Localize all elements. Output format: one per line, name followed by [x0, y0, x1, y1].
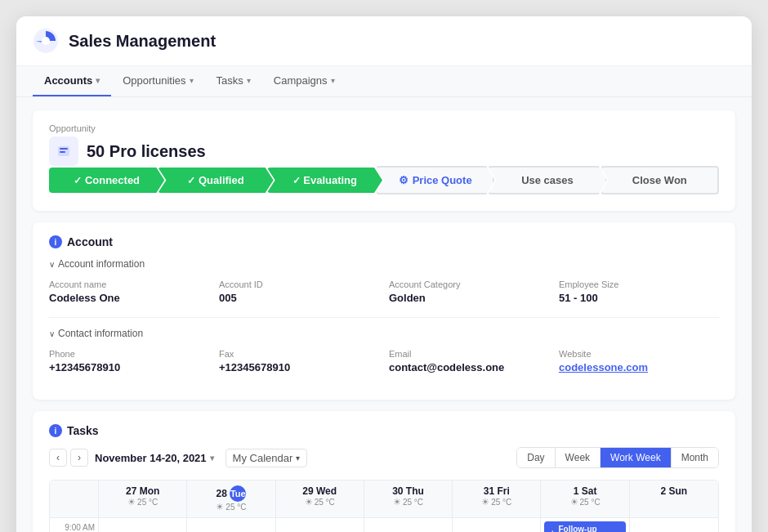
field-account-name: Account name Codeless One	[49, 279, 209, 304]
cal-cell-1-9am[interactable]: ★ Follow-up emails Follow-up emails	[541, 518, 629, 532]
stage-evaluating[interactable]: ✓ Evaluating	[267, 168, 382, 193]
tasks-section: i Tasks ‹ › November 14-20, 2021 ▾ My Ca…	[33, 411, 735, 532]
account-section: i Account Account information Account na…	[33, 222, 735, 400]
calendar-period[interactable]: November 14-20, 2021 ▾	[95, 452, 214, 464]
opportunity-icon	[49, 136, 78, 166]
cal-cell-27-9am[interactable]	[99, 518, 187, 532]
cal-cell-2-9am[interactable]	[630, 518, 718, 532]
field-fax: Fax +12345678910	[219, 349, 379, 373]
cal-day-1: 1 Sat ☀ 25 °C	[541, 481, 629, 518]
svg-point-1	[42, 37, 50, 45]
view-week-button[interactable]: Week	[556, 448, 601, 467]
app-logo	[33, 28, 59, 54]
field-account-id: Account ID 005	[219, 279, 379, 304]
tab-tasks[interactable]: Tasks ▾	[205, 66, 262, 96]
info-icon: i	[49, 424, 62, 437]
calendar-next-button[interactable]: ›	[70, 449, 88, 467]
chevron-down-icon: ▾	[247, 76, 251, 85]
info-icon: i	[49, 235, 62, 248]
chevron-down-icon: ▾	[190, 76, 194, 85]
field-email: Email contact@codeless.one	[389, 349, 549, 373]
field-employee-size: Employee Size 51 - 100	[559, 279, 719, 304]
chevron-down-icon: ▾	[210, 454, 214, 463]
cal-cell-30-9am[interactable]	[364, 518, 453, 532]
opportunity-label: Opportunity	[49, 123, 719, 133]
nav-tabs: Accounts ▾ Opportunities ▾ Tasks ▾ Campa…	[16, 66, 752, 97]
calendar-prev-button[interactable]: ‹	[49, 449, 67, 467]
calendar-toolbar: ‹ › November 14-20, 2021 ▾ My Calendar ▾…	[49, 447, 719, 468]
stage-use-cases[interactable]: Use cases	[488, 166, 606, 194]
pipeline-stages: ✓ Connected ✓ Qualified ✓ Evaluating ⚙ P…	[49, 166, 719, 194]
svg-rect-3	[60, 148, 68, 150]
account-fields: Account name Codeless One Account ID 005…	[49, 279, 719, 304]
chevron-down-icon: ▾	[296, 454, 300, 463]
cal-cell-31-9am[interactable]	[453, 518, 541, 532]
tab-accounts[interactable]: Accounts ▾	[33, 66, 111, 96]
cal-day-27: 27 Mon ☀ 25 °C	[99, 481, 187, 518]
opportunity-card: Opportunity 50 Pro licenses ✓ Connected	[33, 110, 735, 211]
calendar-grid: 27 Mon ☀ 25 °C 28 Tue ☀ 25 °C 29 Wed ☀ 2…	[49, 480, 719, 532]
cal-cell-28-9am[interactable]	[187, 518, 275, 532]
cal-time-header	[50, 481, 99, 518]
app-header: Sales Management	[16, 16, 752, 66]
opportunity-name: 50 Pro licenses	[87, 142, 206, 161]
stage-close-won[interactable]: Close Won	[601, 166, 719, 194]
stage-connected[interactable]: ✓ Connected	[49, 168, 164, 193]
stage-qualified[interactable]: ✓ Qualified	[158, 168, 273, 193]
cal-day-31: 31 Fri ☀ 25 °C	[453, 481, 541, 518]
view-day-button[interactable]: Day	[517, 448, 555, 467]
app-container: Sales Management Accounts ▾ Opportunitie…	[16, 16, 752, 532]
account-info-subsection[interactable]: Account information	[49, 258, 719, 270]
stage-price-quote[interactable]: ⚙ Price Quote	[376, 166, 494, 194]
field-account-category: Account Category Golden	[389, 279, 549, 304]
view-workweek-button[interactable]: Work Week	[601, 448, 672, 467]
account-section-title: i Account	[49, 235, 719, 248]
view-month-button[interactable]: Month	[672, 448, 718, 467]
field-website: Website codelessone.com	[559, 349, 719, 373]
time-9am: 9:00 AM	[50, 518, 99, 532]
cal-day-2: 2 Sun	[630, 481, 718, 518]
tab-opportunities[interactable]: Opportunities ▾	[111, 66, 204, 96]
view-buttons: Day Week Work Week Month	[516, 447, 719, 468]
field-phone: Phone +12345678910	[49, 349, 209, 373]
contact-info-subsection[interactable]: Contact information	[49, 328, 719, 339]
calendar-nav: ‹ ›	[49, 449, 88, 467]
app-title: Sales Management	[69, 32, 216, 51]
main-content: Opportunity 50 Pro licenses ✓ Connected	[16, 97, 752, 532]
cal-day-30: 30 Thu ☀ 25 °C	[364, 481, 453, 518]
chevron-down-icon: ▾	[331, 76, 335, 85]
cal-day-28: 28 Tue ☀ 25 °C	[187, 481, 275, 518]
tab-campaigns[interactable]: Campaigns ▾	[262, 66, 346, 96]
event-followup-emails[interactable]: ★ Follow-up emails Follow-up emails	[544, 521, 625, 532]
cal-cell-29-9am[interactable]	[276, 518, 364, 532]
contact-fields: Phone +12345678910 Fax +12345678910 Emai…	[49, 349, 719, 373]
chevron-down-icon: ▾	[96, 76, 100, 85]
tasks-section-title: i Tasks	[49, 424, 719, 437]
divider	[49, 317, 719, 318]
cal-day-29: 29 Wed ☀ 25 °C	[276, 481, 364, 518]
calendar-picker[interactable]: My Calendar ▾	[225, 449, 308, 467]
svg-rect-4	[60, 151, 65, 153]
